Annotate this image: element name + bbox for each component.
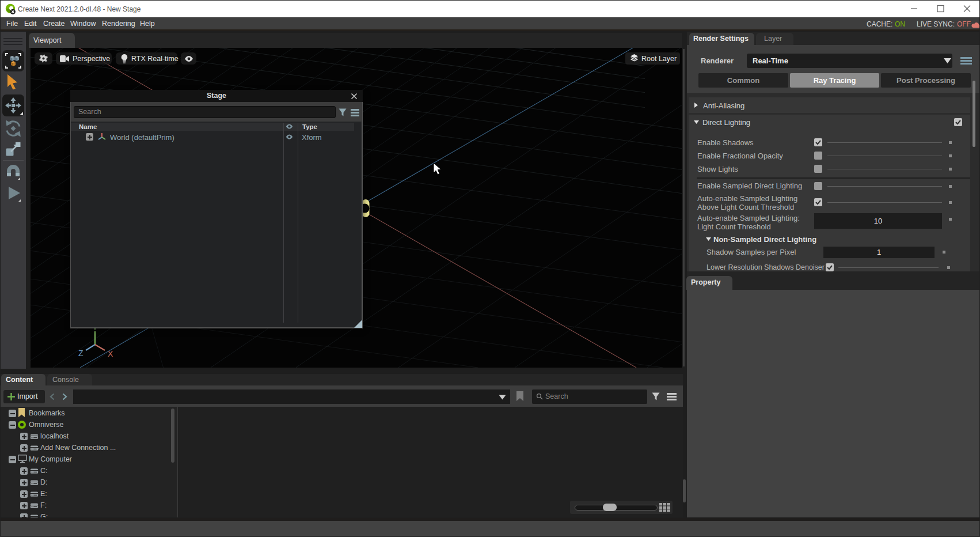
svg-text:X: X	[108, 349, 113, 358]
svg-text:Z: Z	[78, 349, 83, 358]
